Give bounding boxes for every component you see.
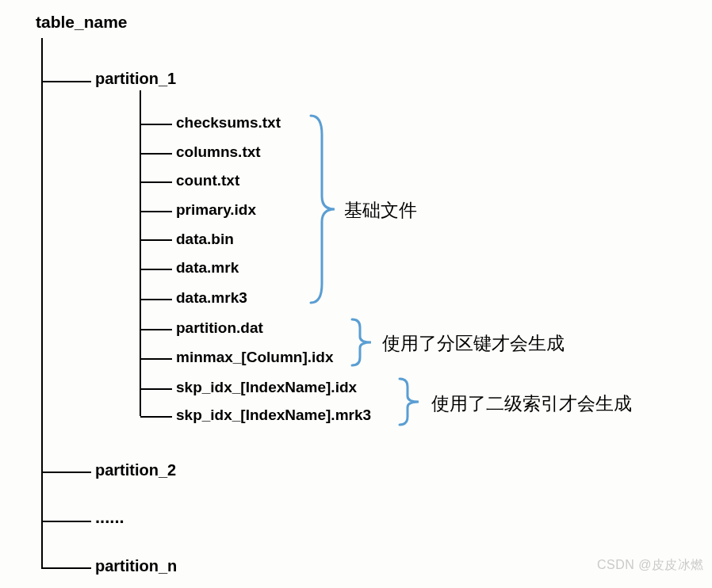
node-partition-2: partition_2 xyxy=(95,461,176,479)
brace-secondary-index xyxy=(396,376,425,428)
file-skpidx: skp_idx_[IndexName].idx xyxy=(176,379,357,396)
file-checksums: checksums.txt xyxy=(176,114,281,132)
file-datamrk: data.mrk xyxy=(176,259,239,277)
file-partitiondat: partition.dat xyxy=(176,319,263,337)
connector-dots xyxy=(42,521,91,522)
file-skpmrk3: skp_idx_[IndexName].mrk3 xyxy=(176,407,371,424)
brace-partition-key xyxy=(349,316,377,368)
tree-trunk-p1 xyxy=(140,90,141,416)
connector-file xyxy=(140,211,172,212)
tree-trunk xyxy=(41,38,43,569)
root-label: table_name xyxy=(36,13,128,32)
connector-p1 xyxy=(42,81,91,82)
brace-basic-files xyxy=(308,111,339,307)
connector-p2 xyxy=(42,472,91,473)
node-partition-1: partition_1 xyxy=(95,70,176,88)
connector-file xyxy=(140,388,172,390)
file-minmax: minmax_[Column].idx xyxy=(176,349,333,366)
connector-file xyxy=(140,153,172,155)
node-ellipsis: ...... xyxy=(95,507,124,528)
file-datamrk3: data.mrk3 xyxy=(176,289,247,307)
connector-file xyxy=(140,329,172,330)
connector-file xyxy=(140,269,172,270)
connector-pn xyxy=(42,567,91,569)
connector-file xyxy=(140,181,172,183)
connector-file xyxy=(140,239,172,241)
annotation-partition-key: 使用了分区键才会生成 xyxy=(382,331,565,356)
node-partition-n: partition_n xyxy=(95,557,177,575)
file-count: count.txt xyxy=(176,172,239,189)
annotation-basic-files: 基础文件 xyxy=(344,198,417,223)
file-databin: data.bin xyxy=(176,231,234,248)
connector-file xyxy=(140,416,172,418)
file-primary: primary.idx xyxy=(176,201,256,219)
annotation-secondary-index: 使用了二级索引才会生成 xyxy=(431,391,632,416)
connector-file xyxy=(140,299,172,300)
connector-file xyxy=(140,124,172,125)
watermark: CSDN @皮皮冰燃 xyxy=(597,557,704,574)
file-columns: columns.txt xyxy=(176,143,261,161)
connector-file xyxy=(140,358,172,360)
